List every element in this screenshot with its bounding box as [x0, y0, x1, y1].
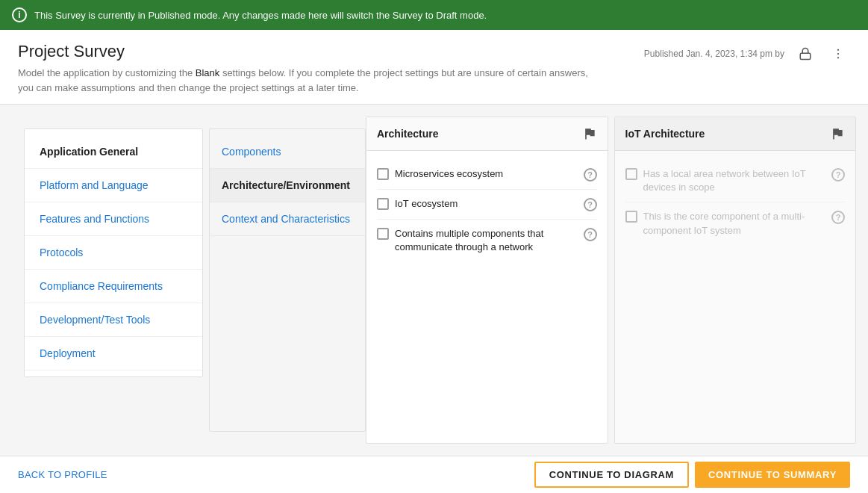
svg-point-2: [837, 53, 839, 55]
sidebar-item-dev-test[interactable]: Development/Test Tools: [25, 303, 202, 337]
sidebar-item-protocols[interactable]: Protocols: [25, 236, 202, 270]
info-icon: i: [12, 7, 27, 22]
sidebar-item-features-functions[interactable]: Features and Functions: [25, 202, 202, 236]
banner-text: This Survey is currently in Published mo…: [34, 10, 487, 21]
sidebar-item-compliance[interactable]: Compliance Requirements: [25, 270, 202, 303]
sidebar-item-application-general[interactable]: Application General: [25, 135, 202, 169]
lan-label: Has a local area network between IoT dev…: [643, 167, 826, 194]
page-title: Project Survey: [18, 42, 632, 61]
core-component-checkbox: [625, 211, 637, 223]
lan-checkbox: [625, 168, 637, 180]
iot-title: IoT Architecture: [625, 128, 705, 140]
lock-icon[interactable]: [793, 42, 817, 66]
check-item-lan: Has a local area network between IoT dev…: [625, 160, 846, 202]
multi-component-label: Contains multiple components that commun…: [395, 227, 578, 254]
sub-nav-context[interactable]: Context and Characteristics: [210, 202, 365, 236]
architecture-title: Architecture: [377, 128, 438, 140]
svg-rect-0: [800, 53, 811, 59]
sidebar-item-deployment[interactable]: Deployment: [25, 337, 202, 370]
architecture-panel-header: Architecture: [366, 117, 608, 151]
microservices-help-icon[interactable]: ?: [584, 168, 597, 182]
multi-component-help-icon[interactable]: ?: [584, 228, 597, 241]
architecture-flag-icon: [582, 126, 597, 141]
architecture-panel-body: Microservices ecosystem ? IoT ecosystem …: [366, 151, 608, 443]
architecture-panel: Architecture Microservices ecosystem ? I…: [366, 117, 608, 444]
sidebar-item-platform-language[interactable]: Platform and Language: [25, 169, 202, 202]
continue-to-diagram-button[interactable]: CONTINUE TO DIAGRAM: [534, 462, 689, 488]
iot-flag-icon: [830, 126, 845, 141]
page-header: Project Survey Model the application by …: [0, 30, 868, 105]
header-right: Published Jan. 4, 2023, 1:34 pm by: [644, 42, 850, 66]
iot-panel-body: Has a local area network between IoT dev…: [615, 151, 856, 443]
core-component-help-icon: ?: [831, 211, 845, 224]
svg-point-3: [837, 57, 839, 58]
iot-panel-header: IoT Architecture: [615, 117, 856, 151]
core-component-label: This is the core component of a multi-co…: [643, 210, 826, 237]
desc-before: Model the application by customizing the: [18, 67, 196, 78]
iot-architecture-panel: IoT Architecture Has a local area networ…: [614, 117, 857, 444]
check-item-microservices: Microservices ecosystem ?: [377, 160, 597, 190]
back-to-profile-button[interactable]: BACK TO PROFILE: [18, 469, 107, 480]
lan-help-icon: ?: [831, 168, 845, 182]
continue-to-summary-button[interactable]: CONTINUE TO SUMMARY: [695, 462, 850, 488]
published-mode-banner: i This Survey is currently in Published …: [0, 0, 868, 30]
panels-area: Components Architecture/Environment Cont…: [203, 105, 868, 456]
more-options-icon[interactable]: [826, 42, 850, 66]
check-item-core-component: This is the core component of a multi-co…: [625, 202, 846, 244]
content-row: Application General Platform and Languag…: [0, 105, 868, 456]
sub-nav-architecture[interactable]: Architecture/Environment: [210, 169, 365, 202]
multi-component-checkbox[interactable]: [377, 228, 389, 240]
check-item-multi-component: Contains multiple components that commun…: [377, 220, 597, 261]
published-date: Published Jan. 4, 2023, 1:34 pm by: [644, 49, 784, 59]
iot-ecosystem-help-icon[interactable]: ?: [584, 198, 597, 211]
sub-nav-components[interactable]: Components: [210, 135, 365, 169]
check-item-iot: IoT ecosystem ?: [377, 190, 597, 220]
header-description: Model the application by customizing the…: [18, 66, 593, 95]
footer-actions: CONTINUE TO DIAGRAM CONTINUE TO SUMMARY: [534, 462, 850, 488]
page-body: i This Survey is currently in Published …: [0, 0, 868, 493]
sub-nav: Components Architecture/Environment Cont…: [209, 128, 366, 432]
header-left: Project Survey Model the application by …: [18, 42, 632, 95]
sidebar-wrap: Application General Platform and Languag…: [0, 105, 203, 456]
sidebar-nav: Application General Platform and Languag…: [24, 128, 203, 377]
iot-ecosystem-checkbox[interactable]: [377, 198, 389, 210]
svg-point-1: [837, 49, 839, 51]
microservices-label: Microservices ecosystem: [395, 167, 578, 181]
page-footer: BACK TO PROFILE CONTINUE TO DIAGRAM CONT…: [0, 456, 868, 493]
microservices-checkbox[interactable]: [377, 168, 389, 180]
desc-bold: Blank: [196, 67, 220, 78]
iot-ecosystem-label: IoT ecosystem: [395, 197, 578, 211]
